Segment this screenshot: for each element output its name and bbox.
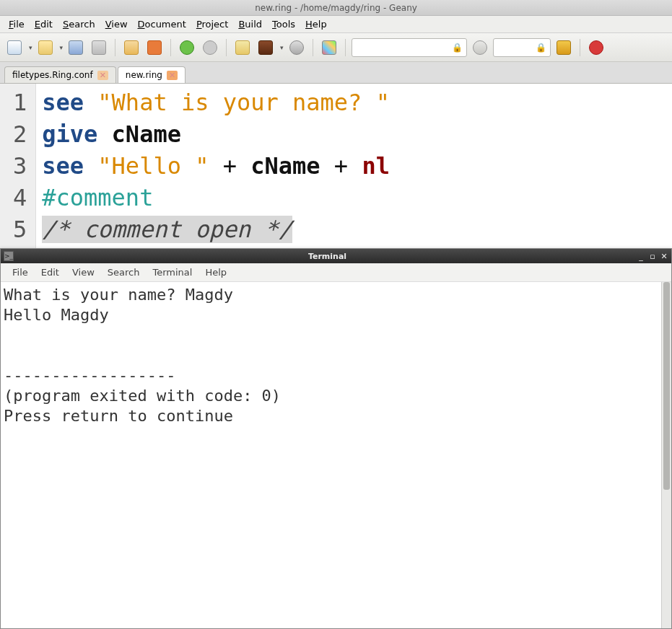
new-file-button[interactable] [4, 38, 25, 58]
color-icon [322, 40, 336, 55]
tab-new-ring[interactable]: new.ring ✕ [118, 66, 186, 83]
terminal-window: >_ Terminal _ ▫ ✕ File Edit View Search … [0, 248, 672, 629]
close-window-button[interactable]: ✕ [660, 252, 668, 261]
build-button[interactable] [256, 38, 276, 58]
goto-field-wrap: 🔒 [493, 38, 551, 57]
term-menu-view[interactable]: View [66, 265, 100, 279]
goto-line-button[interactable] [554, 38, 574, 58]
menu-tools[interactable]: Tools [268, 17, 300, 31]
line-number: 5 [13, 214, 27, 245]
lock-icon: 🔒 [536, 43, 546, 53]
term-menu-file[interactable]: File [6, 265, 34, 279]
close-file-icon [147, 40, 162, 55]
terminal-icon: >_ [4, 251, 14, 261]
goto-icon [557, 40, 571, 55]
new-file-dropdown[interactable]: ▾ [29, 44, 32, 51]
term-menu-edit[interactable]: Edit [35, 265, 65, 279]
save-all-button[interactable] [89, 38, 109, 58]
keyword: see [42, 152, 84, 180]
find-button[interactable] [470, 38, 490, 58]
line-number: 3 [13, 150, 27, 182]
maximize-button[interactable]: ▫ [648, 252, 657, 261]
compile-icon [235, 40, 250, 55]
open-file-button[interactable] [35, 38, 56, 58]
search-input[interactable] [352, 38, 467, 57]
nav-back-button[interactable] [177, 38, 197, 58]
operator: + [209, 152, 250, 180]
save-all-icon [92, 40, 106, 55]
block-comment: /* comment open */ [42, 216, 292, 243]
search-field-wrap: 🔒 [352, 38, 467, 57]
string-literal: "What is your name? " [97, 89, 390, 116]
save-button[interactable] [66, 38, 86, 58]
scrollbar-thumb[interactable] [663, 282, 670, 490]
string-literal: "Hello " [97, 152, 209, 180]
keyword: see [42, 89, 84, 116]
window-controls: _ ▫ ✕ [637, 252, 668, 261]
terminal-output[interactable]: What is your name? Magdy Hello Magdy ---… [1, 282, 671, 628]
code-content[interactable]: see "What is your name? " give cName see… [36, 84, 396, 248]
close-tab-icon[interactable]: ✕ [167, 71, 178, 80]
quit-icon [589, 40, 603, 55]
close-tab-icon[interactable]: ✕ [97, 71, 108, 80]
term-menu-search[interactable]: Search [102, 265, 146, 279]
build-dropdown[interactable]: ▾ [280, 44, 284, 51]
code-editor[interactable]: 1 2 3 4 5 see "What is your name? " give… [0, 84, 672, 248]
toolbar-separator [580, 39, 580, 56]
save-icon [69, 40, 83, 55]
geany-title-text: new.ring - /home/magdy/ring - Geany [255, 3, 417, 13]
menu-build[interactable]: Build [234, 17, 266, 31]
tab-label: filetypes.Ring.conf [12, 70, 93, 80]
menu-file[interactable]: File [4, 17, 29, 31]
geany-menubar: File Edit Search View Document Project B… [0, 16, 672, 33]
build-icon [258, 40, 273, 55]
identifier: cName [250, 152, 320, 180]
comment: #comment [42, 184, 153, 211]
new-file-icon [7, 40, 22, 55]
term-menu-help[interactable]: Help [199, 265, 232, 279]
tab-label: new.ring [126, 70, 162, 80]
operator: + [320, 152, 362, 180]
identifier: cName [112, 120, 181, 148]
geany-toolbar: ▾ ▾ ▾ 🔒 🔒 [0, 33, 672, 62]
close-file-button[interactable] [144, 38, 165, 58]
lock-icon: 🔒 [452, 43, 463, 53]
open-recent-dropdown[interactable]: ▾ [60, 44, 64, 51]
revert-button[interactable] [121, 38, 141, 58]
tab-filetypes-conf[interactable]: filetypes.Ring.conf ✕ [4, 66, 116, 83]
compile-button[interactable] [232, 38, 253, 58]
geany-titlebar: new.ring - /home/magdy/ring - Geany [0, 0, 672, 16]
toolbar-separator [170, 39, 171, 56]
minimize-button[interactable]: _ [637, 252, 645, 261]
terminal-title: Terminal [18, 252, 637, 261]
term-menu-terminal[interactable]: Terminal [147, 265, 198, 279]
line-gutter: 1 2 3 4 5 [0, 84, 36, 248]
line-number: 4 [13, 182, 27, 214]
terminal-scrollbar[interactable] [661, 282, 671, 628]
line-number: 1 [13, 87, 27, 118]
terminal-text: What is your name? Magdy Hello Magdy ---… [4, 286, 281, 425]
nav-forward-button[interactable] [200, 38, 220, 58]
toolbar-separator [313, 39, 313, 56]
toolbar-separator [115, 39, 115, 56]
search-icon [473, 40, 487, 55]
menu-document[interactable]: Document [134, 17, 191, 31]
quit-button[interactable] [586, 38, 606, 58]
execute-button[interactable] [287, 38, 307, 58]
terminal-titlebar[interactable]: >_ Terminal _ ▫ ✕ [1, 249, 671, 263]
keyword: give [42, 120, 97, 148]
menu-help[interactable]: Help [301, 17, 331, 31]
reload-icon [124, 40, 139, 55]
terminal-menubar: File Edit View Search Terminal Help [1, 263, 671, 282]
execute-icon [289, 40, 304, 55]
menu-view[interactable]: View [101, 17, 132, 31]
menu-edit[interactable]: Edit [30, 17, 57, 31]
color-chooser-button[interactable] [319, 38, 339, 58]
menu-search[interactable]: Search [58, 17, 100, 31]
open-file-icon [38, 40, 53, 55]
toolbar-separator [226, 39, 227, 56]
toolbar-separator [345, 39, 346, 56]
document-tabs: filetypes.Ring.conf ✕ new.ring ✕ [0, 62, 672, 84]
menu-project[interactable]: Project [192, 17, 233, 31]
line-number: 2 [13, 118, 27, 150]
